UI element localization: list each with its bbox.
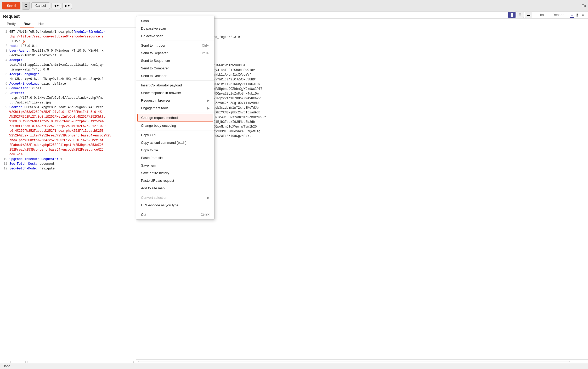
menu-item-show-response-browser[interactable]: Show response in browser [136,89,214,97]
menu-item-request-in-browser[interactable]: Request in browser ▶ [136,97,214,104]
request-title: Request [0,12,136,20]
tab-hex-response[interactable]: Hex [535,12,548,19]
menu-item-paste-from-file[interactable]: Paste from file [136,154,214,162]
menu-item-copy-url[interactable]: Copy URL [136,131,214,139]
table-row: 4 Accept: [1,58,135,63]
menu-divider [136,41,214,41]
table-row: HTTP/1.1 [1,39,135,44]
table-row: A%252F%252F127.0.0.1%252FMetInfo5.0.4%25… [1,114,135,119]
prev-button[interactable]: ◀ ▾ [52,3,61,9]
menu-divider-5 [136,193,214,193]
table-row: 252Fread%253Dconvert.base64-encode%252Fr… [1,147,135,152]
menu-item-scan[interactable]: Scan [136,17,214,25]
request-editor[interactable]: 1 GET /MetInfo5.0.4/about/index.php?fmod… [0,27,136,359]
view-mode-icons: ▐▌ ☰ ▬ [508,12,532,18]
menu-divider-2 [136,80,214,81]
request-tabs: Pretty Raw Hex [0,20,136,27]
table-row: %252F%252Ffilter%252Fread%253Dconvert.ba… [1,133,135,138]
menu-item-active-scan[interactable]: Do active scan [136,32,214,40]
menu-item-send-intruder[interactable]: Send to Intruder Ctrl+I [136,42,214,49]
table-row: .0.4%252F%252Fabout%252Findex.php%253Ffi… [1,129,135,133]
table-row: 12 Sec-Fetch-Mode: navigate [1,166,135,171]
horizontal-view-button[interactable]: ☰ [517,12,524,18]
table-row: zh-CN,zh;q=0.8,zh-TW;q=0.7,zh-HK;q=0.5,e… [1,77,135,81]
table-row: 2 Host: 127.0.0.1 [1,44,135,48]
menu-item-passive-scan[interactable]: Do passive scan [136,25,214,32]
cancel-button[interactable]: Cancel [31,2,50,9]
table-row: php://filter/read=convert.base64-encode/… [1,34,135,39]
done-label: Done [3,364,10,368]
menu-item-change-body-encoding[interactable]: Change body encoding [136,122,214,129]
menu-item-copy-to-file[interactable]: Copy to file [136,146,214,154]
menu-item-add-site-map[interactable]: Add to site map [136,184,214,192]
menu-item-insert-collaborator[interactable]: Insert Collaborator payload [136,81,214,89]
menu-item-url-encode-type[interactable]: URL-encode as you type [136,201,214,209]
menu-item-send-sequencer[interactable]: Send to Sequencer [136,57,214,64]
menu-item-send-comparer[interactable]: Send to Comparer [136,64,214,72]
format-icon-list[interactable]: ≡ [570,12,574,18]
table-row: ,image/webp,*/*;q=0.8 [1,67,135,72]
request-panel: Request ↗ Pretty Raw Hex 1 GET /MetInfo5… [0,12,136,369]
table-row: 10 Upgrade-Insecure-Requests: 1 [1,157,135,162]
format-icon-wrap[interactable]: ≡ [581,12,585,18]
context-menu: Scan Do passive scan Do active scan Send… [136,16,214,220]
format-icons: ≡ ⁋ ≡ [570,12,585,18]
table-row: text/html,application/xhtml+xml,applicat… [1,63,135,67]
menu-divider-6 [136,210,214,210]
main-content: Request ↗ Pretty Raw Hex 1 GET /MetInfo5… [0,12,588,369]
vertical-view-button[interactable]: ▬ [525,12,532,18]
menu-item-paste-url-request[interactable]: Paste URL as request [136,177,214,184]
table-row: coul=14 [1,152,135,157]
table-row: 9 Cookie: PHPSESSID=pgve88ou7oatl46h3o5g… [1,105,135,110]
tab-pretty[interactable]: Pretty [3,20,19,27]
table-row: 8 Referer: [1,91,135,96]
menu-divider-3 [136,113,214,113]
tab-label: Ta [582,4,586,8]
table-row: 3 User-Agent: Mozilla/5.0 (Windows NT 10… [1,48,135,53]
format-icon-lines[interactable]: ⁋ [575,12,580,18]
menu-item-cut[interactable]: Cut Ctrl+X [136,211,214,218]
menu-item-change-request-method[interactable]: Change request method [137,114,213,122]
table-row: show.php%2Chttp%253A%252F%252F127.0.0.1%… [1,138,135,143]
table-row: Gecko/20100101 Firefox/116.0 [1,53,135,58]
menu-item-copy-curl[interactable]: Copy as curl command (bash) [136,139,214,146]
table-row: 52FMetInfo5.0.4%252F%252Chttp%253A%252F%… [1,124,135,129]
menu-item-convert-selection: Convert selection ▶ [136,194,214,201]
table-row: .../upload/file/22.jpg [1,100,135,105]
menu-item-send-repeater[interactable]: Send to Repeater Ctrl+R [136,49,214,57]
table-row: 6 Accept-Encoding: gzip, deflate [1,81,135,86]
menu-item-save-history[interactable]: Save entire history [136,169,214,177]
table-row: %2Chttp%253A%252F%252F127.0.0.1%252FMetI… [1,110,135,114]
table-row: 1 GET /MetInfo5.0.4/about/index.php?fmod… [1,30,135,34]
menu-item-engagement-tools[interactable]: Engagement tools ▶ [136,104,214,112]
raw-tab-arrow: ↗ [21,39,25,45]
table-row: %2B0.0.1%252FMetInfo5.0.4%252F%252Chttp%… [1,119,135,124]
menu-item-send-decoder[interactable]: Send to Decoder [136,72,214,80]
tab-hex[interactable]: Hex [35,20,48,27]
settings-button[interactable]: ⚙ [22,2,30,10]
send-button[interactable]: Send [2,2,20,9]
table-row: 11 Sec-Fetch-Dest: document [1,162,135,166]
split-view-button[interactable]: ▐▌ [508,12,516,18]
tab-render-response[interactable]: Render [549,12,567,19]
table-row: 2Fabout%252Findex.php%253Ffilepath%253Dp… [1,143,135,147]
table-row: http://127.0.0.1/MetInfo5.0.4//about/ind… [1,96,135,100]
status-bar: Done [0,363,588,369]
toolbar: Send ⚙ Cancel ◀ ▾ ▶ ▾ Ta [0,0,588,12]
menu-divider-4 [136,130,214,130]
table-row: 5 Accept-Language: [1,72,135,77]
tab-raw[interactable]: Raw [20,20,34,27]
menu-item-save-item[interactable]: Save item [136,162,214,169]
response-tabs: Hex Render [535,12,567,18]
table-row: 7 Connection: close [1,86,135,91]
next-button[interactable]: ▶ ▾ [63,3,72,9]
